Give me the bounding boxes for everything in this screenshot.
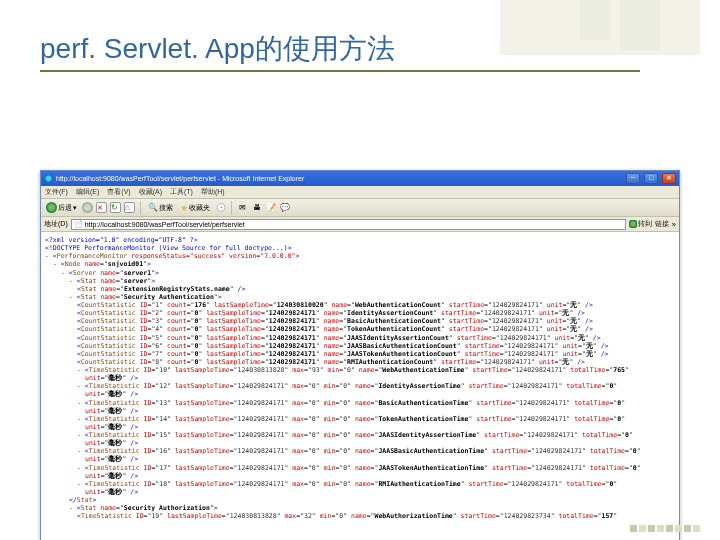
address-input[interactable]: 📄http://localhost:9080/wasPerfTool/servl…	[71, 219, 626, 230]
xml-timestatistic: - <TimeStatistic ID="17" lastSampleTime=…	[45, 464, 675, 472]
edit-button[interactable]: 📝	[265, 202, 276, 213]
xml-content-pane[interactable]: <?xml version="1.0" encoding="UTF-8" ?> …	[41, 232, 679, 540]
title-underline	[40, 70, 640, 72]
ie-toolbar: 后退 ▾ 搜索 收藏夹 🕓 ✉ 🖶 📝 💬	[41, 199, 679, 217]
address-bar: 地址(D) 📄http://localhost:9080/wasPerfTool…	[41, 217, 679, 232]
xml-countstatistic: <CountStatistic ID="1" count="176" lastS…	[45, 301, 675, 309]
xml-countstatistic: <CountStatistic ID="8" count="0" lastSam…	[45, 358, 675, 366]
xml-timestat2: <TimeStatistic ID="19" lastSampleTime="1…	[45, 512, 675, 520]
slide-deco-top	[500, 0, 700, 55]
menu-favorites[interactable]: 收藏(A)	[139, 187, 162, 197]
go-label: 转到	[638, 219, 652, 229]
search-icon	[148, 203, 158, 212]
menu-edit[interactable]: 编辑(E)	[76, 187, 99, 197]
ie-logo-icon	[44, 174, 53, 183]
collapse-icon[interactable]: -	[77, 447, 81, 455]
collapse-icon[interactable]: -	[61, 269, 65, 277]
xml-unit: unit="毫秒" />	[45, 488, 675, 496]
xml-unit: unit="毫秒" />	[45, 439, 675, 447]
xml-unit: unit="毫秒" />	[45, 455, 675, 463]
xml-stat-close: </Stat>	[45, 496, 675, 504]
collapse-icon[interactable]: -	[69, 504, 73, 512]
window-title-text: http://localhost:9080/wasPerfTool/servle…	[56, 175, 622, 182]
favorites-label: 收藏夹	[189, 203, 210, 213]
menu-view[interactable]: 查看(V)	[107, 187, 130, 197]
address-value: http://localhost:9080/wasPerfTool/servle…	[85, 221, 245, 228]
close-button[interactable]: ✕	[662, 173, 676, 184]
home-button[interactable]	[124, 202, 135, 213]
go-icon	[629, 220, 637, 228]
xml-unit: unit="毫秒" />	[45, 407, 675, 415]
xml-timestatistic: - <TimeStatistic ID="15" lastSampleTime=…	[45, 431, 675, 439]
xml-server: - <Server name="server1">	[45, 269, 675, 277]
xml-countstatistic: <CountStatistic ID="3" count="0" lastSam…	[45, 317, 675, 325]
address-label: 地址(D)	[44, 219, 68, 229]
stop-button[interactable]	[96, 202, 107, 213]
xml-stat2: - <Stat name="Security Authorization">	[45, 504, 675, 512]
menu-tools[interactable]: 工具(T)	[170, 187, 193, 197]
xml-unit: unit="毫秒" />	[45, 423, 675, 431]
collapse-icon[interactable]: -	[77, 415, 81, 423]
xml-decl: <?xml version="1.0" encoding="UTF-8" ?>	[45, 236, 675, 244]
collapse-icon[interactable]: -	[77, 366, 81, 374]
xml-timestatistic: - <TimeStatistic ID="13" lastSampleTime=…	[45, 399, 675, 407]
collapse-icon[interactable]: -	[77, 399, 81, 407]
links-button[interactable]: 链接	[655, 219, 669, 229]
search-label: 搜索	[159, 203, 173, 213]
collapse-icon[interactable]: -	[77, 382, 81, 390]
ie-menubar: 文件(F) 编辑(E) 查看(V) 收藏(A) 工具(T) 帮助(H)	[41, 186, 679, 199]
page-icon: 📄	[74, 220, 83, 228]
back-button[interactable]: 后退 ▾	[44, 201, 79, 214]
xml-timestat-lead: - <TimeStatistic ID="10" lastSampleTime=…	[45, 366, 675, 374]
collapse-icon[interactable]: -	[45, 252, 49, 260]
star-icon	[180, 203, 188, 213]
collapse-icon[interactable]: -	[53, 260, 57, 268]
links-chevron-icon[interactable]: »	[672, 220, 676, 229]
xml-timestatistic: - <TimeStatistic ID="18" lastSampleTime=…	[45, 480, 675, 488]
xml-unit: unit="毫秒" />	[45, 374, 675, 382]
xml-timestatistic: - <TimeStatistic ID="14" lastSampleTime=…	[45, 415, 675, 423]
toolbar-separator	[231, 201, 232, 215]
ie-titlebar: http://localhost:9080/wasPerfTool/servle…	[41, 171, 679, 186]
xml-substat: <Stat name="ExtensionRegistryStats.name"…	[45, 285, 675, 293]
toolbar-separator	[140, 201, 141, 215]
favorites-button[interactable]: 收藏夹	[178, 202, 212, 214]
back-label: 后退	[58, 203, 72, 213]
menu-help[interactable]: 帮助(H)	[201, 187, 225, 197]
mail-button[interactable]: ✉	[237, 202, 248, 213]
xml-unit: unit="毫秒" />	[45, 472, 675, 480]
xml-unit: unit="毫秒" />	[45, 390, 675, 398]
discuss-button[interactable]: 💬	[279, 202, 290, 213]
ie-app-window: http://localhost:9080/wasPerfTool/servle…	[40, 170, 680, 540]
xml-countstatistic: <CountStatistic ID="5" count="0" lastSam…	[45, 334, 675, 342]
xml-node: - <Node name="snjvoid01">	[45, 260, 675, 268]
collapse-icon[interactable]: -	[77, 431, 81, 439]
forward-button[interactable]	[82, 202, 93, 213]
xml-stat-sec: - <Stat name="Security Authentication">	[45, 293, 675, 301]
xml-countstatistic: <CountStatistic ID="4" count="0" lastSam…	[45, 325, 675, 333]
maximize-button[interactable]: □	[644, 173, 658, 184]
history-button[interactable]: 🕓	[215, 202, 226, 213]
slide-title: perf. Servlet. App的使用方法	[40, 30, 395, 68]
go-button[interactable]: 转到	[629, 219, 652, 229]
menu-file[interactable]: 文件(F)	[45, 187, 68, 197]
back-icon	[46, 202, 57, 213]
minimize-button[interactable]: ─	[626, 173, 640, 184]
collapse-icon[interactable]: -	[77, 480, 81, 488]
xml-stat: - <Stat name="server">	[45, 277, 675, 285]
slide-deco-bottom	[628, 518, 700, 536]
xml-countstatistic: <CountStatistic ID="6" count="0" lastSam…	[45, 342, 675, 350]
collapse-icon[interactable]: -	[69, 293, 73, 301]
xml-countstatistic: <CountStatistic ID="2" count="0" lastSam…	[45, 309, 675, 317]
xml-timestatistic: - <TimeStatistic ID="12" lastSampleTime=…	[45, 382, 675, 390]
collapse-icon[interactable]: -	[69, 277, 73, 285]
xml-countstatistic: <CountStatistic ID="7" count="0" lastSam…	[45, 350, 675, 358]
refresh-button[interactable]	[110, 202, 121, 213]
xml-timestatistic: - <TimeStatistic ID="16" lastSampleTime=…	[45, 447, 675, 455]
collapse-icon[interactable]: -	[77, 464, 81, 472]
print-button[interactable]: 🖶	[251, 202, 262, 213]
xml-root: - <PerformanceMonitor responseStatus="su…	[45, 252, 675, 260]
xml-doctype: <!DOCTYPE PerformanceMonitor (View Sourc…	[45, 244, 675, 252]
search-button[interactable]: 搜索	[146, 202, 175, 214]
